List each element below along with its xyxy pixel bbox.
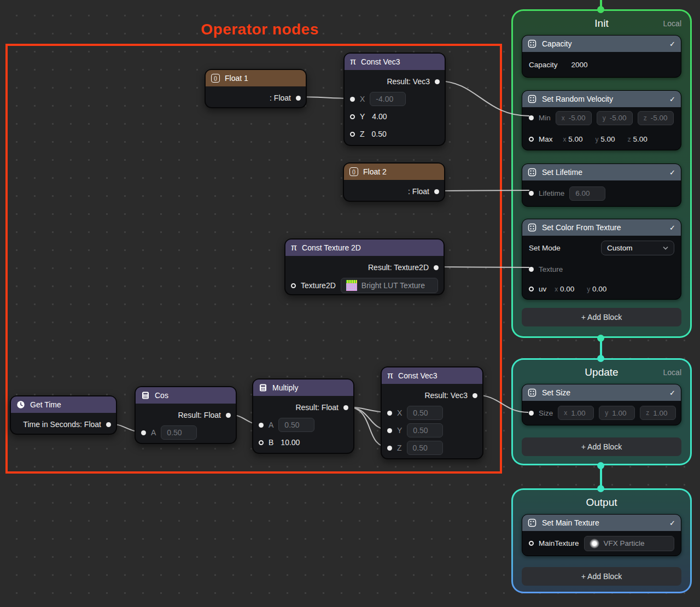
node-const-texture2d[interactable]: π Const Texture 2D Result: Texture2D Tex… [284, 238, 445, 295]
output-add-block-button[interactable]: + Add Block [522, 567, 681, 586]
flow-anchor[interactable] [597, 355, 604, 362]
node-const-vec3-bottom[interactable]: π Const Vec3 Result: Vec3 X 0.50 Y 0.50 … [381, 366, 483, 459]
check-icon[interactable]: ✓ [669, 389, 675, 397]
input-port-min[interactable] [529, 115, 534, 120]
context-init-scope[interactable]: Local [663, 19, 681, 28]
block-set-main-texture[interactable]: Set Main Texture ✓ MainTexture VFX Parti… [522, 514, 681, 556]
input-port-z[interactable] [387, 446, 392, 451]
input-port-max[interactable] [529, 137, 534, 142]
node-const-vec3-top-header[interactable]: π Const Vec3 [345, 54, 445, 70]
float2-output-label: : Float [408, 187, 429, 196]
block-capacity[interactable]: Capacity ✓ Capacity 2000 [522, 35, 681, 78]
node-float2-header[interactable]: () Float 2 [344, 164, 444, 180]
input-port-texture[interactable] [529, 267, 534, 272]
uv-x-field[interactable]: x 0.00 [555, 285, 574, 293]
node-multiply-header[interactable]: Multiply [253, 380, 353, 396]
input-port-b[interactable] [259, 440, 264, 445]
a-field[interactable]: 0.50 [161, 425, 197, 440]
node-float1-header[interactable]: () Float 1 [206, 70, 306, 86]
context-init[interactable]: Init Local Capacity ✓ Capacity 2000 Set … [511, 9, 692, 338]
capacity-value[interactable]: 2000 [571, 61, 588, 69]
size-y-field[interactable]: y1.00 [599, 406, 635, 420]
input-port-texture2d[interactable] [291, 283, 296, 288]
context-update[interactable]: Update Local Set Size ✓ Size x1.00 y1.00… [511, 358, 692, 465]
set-mode-dropdown[interactable]: Custom [601, 241, 674, 255]
x-field[interactable]: -4.00 [370, 92, 406, 106]
min-y-field[interactable]: y-5.00 [597, 111, 633, 125]
size-x-field[interactable]: x1.00 [558, 406, 594, 420]
maintexture-field[interactable]: VFX Particle [584, 536, 674, 551]
output-port[interactable] [472, 393, 477, 398]
input-port-a[interactable] [259, 423, 264, 428]
node-float1[interactable]: () Float 1 : Float [205, 69, 307, 108]
context-update-scope[interactable]: Local [663, 368, 681, 377]
check-icon[interactable]: ✓ [669, 224, 675, 232]
block-set-main-texture-header[interactable]: Set Main Texture ✓ [522, 515, 681, 531]
check-icon[interactable]: ✓ [669, 519, 675, 527]
y-field[interactable]: 0.50 [407, 423, 443, 437]
z-field[interactable]: 0.50 [407, 441, 443, 455]
block-set-color-from-texture-header[interactable]: Set Color From Texture ✓ [522, 219, 681, 236]
block-set-random-velocity[interactable]: Set Random Velocity ✓ Min x-5.00 y-5.00 … [522, 90, 681, 150]
flow-anchor[interactable] [597, 462, 604, 469]
lifetime-field[interactable]: 6.00 [569, 186, 605, 201]
flow-anchor[interactable] [597, 6, 604, 13]
check-icon[interactable]: ✓ [669, 40, 675, 48]
input-port-y[interactable] [387, 428, 392, 433]
input-port-maintexture[interactable] [529, 541, 534, 546]
input-port-lifetime[interactable] [529, 191, 534, 196]
node-const-vec3-top[interactable]: π Const Vec3 Result: Vec3 X -4.00 Y 4.00… [343, 52, 446, 146]
block-set-lifetime-header[interactable]: Set Lifetime ✓ [522, 164, 681, 180]
max-z-field[interactable]: z 5.00 [628, 135, 648, 143]
node-multiply[interactable]: Multiply Result: Float A 0.50 B 10.00 [252, 378, 354, 454]
node-const-texture2d-header[interactable]: π Const Texture 2D [285, 240, 444, 256]
update-add-block-button[interactable]: + Add Block [522, 437, 681, 456]
uv-y-field[interactable]: y 0.00 [587, 285, 606, 293]
flow-anchor[interactable] [597, 485, 604, 492]
context-output[interactable]: Output Set Main Texture ✓ MainTexture VF… [511, 488, 692, 593]
block-set-size-header[interactable]: Set Size ✓ [522, 384, 681, 401]
z-field[interactable]: 0.50 [372, 130, 387, 138]
block-set-color-from-texture[interactable]: Set Color From Texture ✓ Set Mode Custom… [522, 219, 681, 300]
a-field[interactable]: 0.50 [278, 418, 314, 432]
flow-anchor[interactable] [597, 335, 604, 342]
min-z-field[interactable]: z-5.00 [638, 111, 674, 125]
input-port-z[interactable] [350, 132, 355, 137]
input-port-x[interactable] [350, 97, 355, 102]
max-y-field[interactable]: y 5.00 [596, 135, 615, 143]
block-set-lifetime[interactable]: Set Lifetime ✓ Lifetime 6.00 [522, 164, 681, 207]
check-icon[interactable]: ✓ [669, 95, 675, 103]
input-port-size[interactable] [529, 411, 534, 416]
block-set-size[interactable]: Set Size ✓ Size x1.00 y1.00 z1.00 [522, 384, 681, 425]
block-set-random-velocity-header[interactable]: Set Random Velocity ✓ [522, 91, 681, 107]
input-port-uv[interactable] [529, 287, 534, 291]
b-field[interactable]: 10.00 [281, 438, 300, 447]
output-port[interactable] [226, 413, 231, 418]
input-port-x[interactable] [387, 411, 392, 416]
node-cos[interactable]: Cos Result: Float A 0.50 [135, 386, 237, 444]
node-cos-header[interactable]: Cos [136, 387, 236, 404]
node-get-time[interactable]: Get Time Time in Seconds: Float [10, 395, 117, 435]
init-add-block-button[interactable]: + Add Block [522, 308, 681, 326]
output-port[interactable] [434, 265, 439, 270]
y-field[interactable]: 4.00 [372, 112, 387, 121]
pi-icon: π [291, 243, 297, 252]
check-icon[interactable]: ✓ [669, 168, 675, 177]
x-field[interactable]: 0.50 [407, 406, 443, 420]
node-const-vec3-bottom-header[interactable]: π Const Vec3 [382, 367, 482, 384]
size-z-field[interactable]: z1.00 [640, 406, 676, 420]
texture2d-field[interactable]: Bright LUT Texture [341, 278, 438, 293]
output-port[interactable] [106, 422, 111, 427]
max-x-field[interactable]: x 5.00 [563, 135, 583, 143]
node-float2[interactable]: () Float 2 : Float [343, 162, 445, 202]
output-port[interactable] [296, 96, 301, 101]
output-port[interactable] [435, 79, 440, 84]
input-port-y[interactable] [350, 114, 355, 119]
min-x-field[interactable]: x-5.00 [556, 111, 592, 125]
output-port[interactable] [343, 405, 348, 410]
output-port[interactable] [434, 189, 439, 194]
input-port-a[interactable] [141, 430, 146, 435]
block-capacity-header[interactable]: Capacity ✓ [522, 36, 681, 52]
texture2d-label: Texture2D [301, 281, 336, 290]
node-get-time-header[interactable]: Get Time [11, 396, 116, 413]
